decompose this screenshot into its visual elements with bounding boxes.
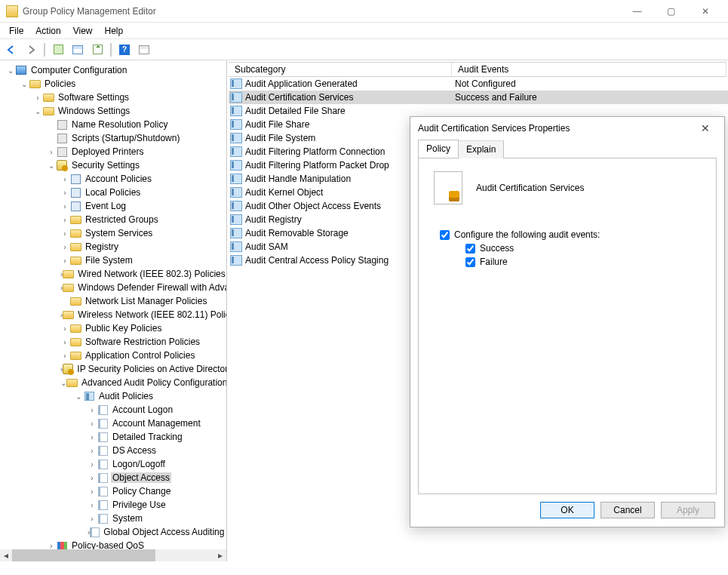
col-audit-events[interactable]: Audit Events [452,63,726,76]
expand-icon[interactable]: › [60,324,69,333]
tree-item[interactable]: ›Deployed Printers [2,145,226,158]
expand-icon[interactable]: › [88,515,97,523]
tree-item[interactable]: ›DS Access [2,444,226,457]
expand-icon[interactable]: › [60,216,69,224]
expand-icon[interactable]: › [88,501,97,509]
tree-item[interactable]: ›Account Policies [2,172,226,186]
success-checkbox[interactable]: Success [465,243,705,254]
maximize-button[interactable]: ▢ [654,1,688,22]
horizontal-scrollbar[interactable]: ◂ ▸ [0,549,226,561]
expand-icon[interactable]: ⌄ [60,379,66,387]
col-subcategory[interactable]: Subcategory [229,63,452,76]
tree-item[interactable]: ›Software Restriction Policies [2,335,226,349]
success-input[interactable] [465,244,475,254]
tree-item[interactable]: ⌄Computer Configuration [2,63,226,77]
expand-icon[interactable]: › [88,487,97,496]
menu-help[interactable]: Help [99,24,130,38]
tree-item[interactable]: Network List Manager Policies [2,294,226,308]
action-button[interactable] [50,42,66,58]
menu-action[interactable]: Action [29,24,66,38]
expand-icon[interactable]: › [60,338,69,346]
tree-item[interactable]: ›Global Object Access Auditing [2,525,226,539]
tree-item[interactable]: ›Restricted Groups [2,213,226,226]
failure-checkbox[interactable]: Failure [465,257,705,267]
menu-view[interactable]: View [67,24,99,38]
tree-item[interactable]: ›Local Policies [2,186,226,199]
tree-item[interactable]: ›Logon/Logoff [2,457,226,471]
tree-item[interactable]: ›Privilege Use [2,498,226,512]
tree-item[interactable]: ⌄Windows Settings [2,104,226,118]
tree-label: Registry [84,241,120,252]
tree-item[interactable]: ›Account Logon [2,403,226,417]
expand-icon[interactable]: › [88,420,97,428]
expand-icon[interactable]: › [47,542,56,550]
menu-file[interactable]: File [3,24,29,38]
expand-icon[interactable]: ⌄ [74,392,83,401]
tree-item[interactable]: ›Object Access [2,471,226,484]
expand-icon[interactable]: ⌄ [6,66,15,75]
tree-item[interactable]: ›Account Management [2,417,226,430]
cancel-button[interactable]: Cancel [601,502,655,518]
tree-item[interactable]: ›Software Settings [2,91,226,104]
tree-item[interactable]: ›Public Key Policies [2,321,226,335]
tree-pane[interactable]: ⌄Computer Configuration⌄Policies›Softwar… [0,60,227,561]
expand-icon[interactable]: ⌄ [20,80,29,88]
tree-item[interactable]: ›File System [2,254,226,267]
tree-item[interactable]: ›Policy Change [2,484,226,498]
tree-item[interactable]: ›System [2,512,226,525]
configure-input[interactable] [440,230,450,240]
expand-icon[interactable]: › [60,257,69,265]
tree-item[interactable]: ›Wireless Network (IEEE 802.11) Policies [2,308,226,321]
forward-button[interactable] [23,42,39,58]
close-button[interactable]: ✕ [688,1,722,22]
back-button[interactable] [3,42,20,58]
export-button[interactable] [89,42,106,58]
expand-icon[interactable]: › [33,94,42,102]
tab-policy[interactable]: Policy [418,140,459,158]
expand-icon[interactable]: › [88,406,97,414]
ok-button[interactable]: OK [540,502,594,518]
apply-button[interactable]: Apply [661,502,715,518]
tree-item[interactable]: ⌄Advanced Audit Policy Configuration [2,376,226,389]
tree-item[interactable]: ⌄Policies [2,77,226,91]
expand-icon[interactable]: › [60,352,69,360]
tree-item[interactable]: ›System Services [2,226,226,240]
scroll-right-icon[interactable]: ▸ [214,549,226,561]
tree-item[interactable]: ›Event Log [2,199,226,213]
help-button[interactable]: ? [116,42,133,58]
tab-explain[interactable]: Explain [459,140,504,158]
tree-item[interactable]: Scripts (Startup/Shutdown) [2,131,226,145]
extra-button[interactable] [136,42,152,58]
tree-item[interactable]: ›Application Control Policies [2,349,226,362]
expand-icon[interactable]: › [88,433,97,441]
expand-icon[interactable]: › [88,447,97,455]
expand-icon[interactable]: › [60,229,69,238]
expand-icon[interactable]: › [47,148,56,156]
tree-item[interactable]: ›Wired Network (IEEE 802.3) Policies [2,267,226,281]
expand-icon[interactable]: › [60,202,69,211]
minimize-button[interactable]: — [620,1,654,22]
tree-item[interactable]: ›IP Security Policies on Active Director… [2,362,226,376]
tree-item[interactable]: ›Windows Defender Firewall with Advanced… [2,281,226,294]
tree-item[interactable]: ›Registry [2,240,226,254]
expand-icon[interactable]: ⌄ [33,107,42,115]
expand-icon[interactable]: › [88,460,97,469]
configure-checkbox[interactable]: Configure the following audit events: [440,229,705,240]
expand-icon[interactable]: › [60,243,69,251]
tree-item[interactable]: ⌄Audit Policies [2,389,226,403]
failure-input[interactable] [465,257,475,267]
show-hide-button[interactable] [69,42,86,58]
expand-icon[interactable]: ⌄ [47,161,56,170]
expand-icon[interactable]: › [88,474,97,482]
column-headers[interactable]: Subcategory Audit Events [229,62,726,77]
list-row[interactable]: Audit Certification ServicesSuccess and … [229,91,728,104]
tree-item[interactable]: Name Resolution Policy [2,118,226,131]
tree-item[interactable]: ⌄Security Settings [2,158,226,172]
tree-item[interactable]: ›Detailed Tracking [2,430,226,444]
scroll-thumb[interactable] [12,549,155,561]
dialog-close-button[interactable]: ✕ [694,122,717,134]
list-row[interactable]: Audit Application GeneratedNot Configure… [229,77,728,91]
expand-icon[interactable]: › [60,175,69,183]
scroll-left-icon[interactable]: ◂ [0,549,12,561]
expand-icon[interactable]: › [60,189,69,197]
